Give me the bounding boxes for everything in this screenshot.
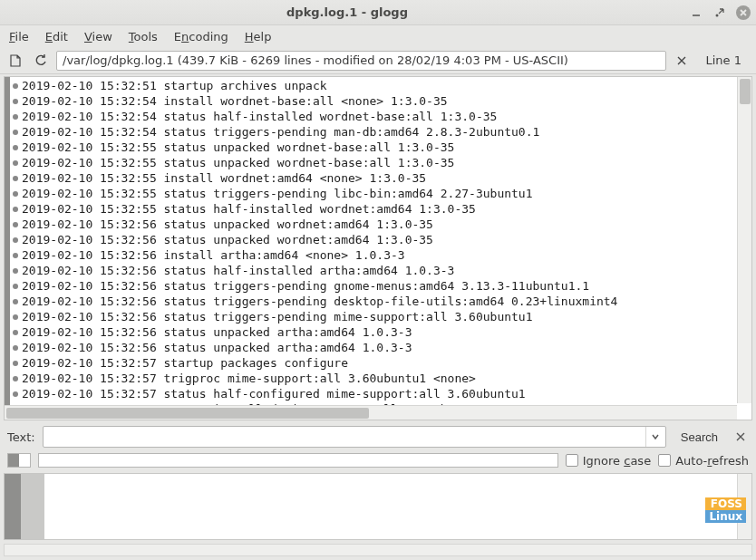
bullet-icon (13, 330, 18, 335)
log-line[interactable]: 2019-02-10 15:32:51 startup archives unp… (12, 78, 751, 93)
bullet-icon (13, 268, 18, 274)
log-line[interactable]: 2019-02-10 15:32:54 status half-installe… (12, 109, 751, 124)
close-button[interactable] (736, 5, 751, 20)
vertical-scrollbar-thumb[interactable] (740, 79, 751, 104)
vertical-scrollbar[interactable] (737, 77, 751, 403)
clear-path-button[interactable] (672, 51, 692, 71)
menu-view[interactable]: View (84, 30, 112, 43)
bullet-icon (13, 222, 18, 227)
bullet-icon (13, 237, 18, 243)
log-line[interactable]: 2019-02-10 15:32:55 install wordnet:amd6… (12, 170, 751, 186)
results-gutter-secondary (21, 474, 44, 539)
log-line[interactable]: 2019-02-10 15:32:55 status unpacked word… (12, 140, 751, 155)
file-path-text: /var/log/dpkg.log.1 (439.7 KiB - 6269 li… (63, 53, 568, 67)
log-lines[interactable]: 2019-02-10 15:32:51 startup archives unp… (10, 77, 751, 420)
ignore-case-label: Ignore case (583, 454, 651, 468)
checkbox-box (566, 454, 578, 467)
log-line[interactable]: 2019-02-10 15:32:56 status triggers-pend… (12, 294, 751, 309)
bullet-icon (13, 130, 18, 135)
log-line-text: 2019-02-10 15:32:56 status unpacked arth… (22, 324, 412, 340)
log-line-text: 2019-02-10 15:32:57 startup packages con… (22, 355, 348, 371)
log-line-text: 2019-02-10 15:32:55 status triggers-pend… (22, 186, 533, 201)
filter-summary-field[interactable] (38, 453, 558, 468)
log-line-text: 2019-02-10 15:32:51 startup archives unp… (22, 78, 327, 93)
bullet-icon (13, 376, 18, 381)
log-line[interactable]: 2019-02-10 15:32:55 status unpacked word… (12, 155, 751, 170)
bullet-icon (13, 314, 18, 320)
bullet-icon (13, 345, 18, 351)
log-line[interactable]: 2019-02-10 15:32:56 status triggers-pend… (12, 278, 751, 294)
open-file-button[interactable] (5, 51, 25, 71)
log-line[interactable]: 2019-02-10 15:32:57 trigproc mime-suppor… (12, 371, 751, 386)
log-line-text: 2019-02-10 15:32:54 install wordnet-base… (22, 93, 448, 109)
line-indicator: Line 1 (697, 53, 751, 67)
search-input[interactable] (44, 427, 645, 447)
log-line-text: 2019-02-10 15:32:57 status half-configur… (22, 386, 526, 401)
log-line-text: 2019-02-10 15:32:56 status triggers-pend… (22, 309, 533, 324)
window-controls (689, 5, 751, 20)
search-label: Text: (7, 430, 35, 444)
log-line[interactable]: 2019-02-10 15:32:54 install wordnet-base… (12, 93, 751, 109)
log-line-text: 2019-02-10 15:32:56 status half-installe… (22, 263, 454, 278)
bullet-icon (13, 114, 18, 120)
results-vertical-scrollbar[interactable] (737, 474, 751, 539)
horizontal-scrollbar-thumb[interactable] (6, 408, 369, 419)
menu-help[interactable]: Help (245, 30, 272, 43)
log-line[interactable]: 2019-02-10 15:32:54 status triggers-pend… (12, 124, 751, 140)
file-path-field[interactable]: /var/log/dpkg.log.1 (439.7 KiB - 6269 li… (56, 51, 666, 71)
log-line[interactable]: 2019-02-10 15:32:56 install artha:amd64 … (12, 247, 751, 263)
bullet-icon (13, 299, 18, 304)
ignore-case-checkbox[interactable]: Ignore case (566, 454, 651, 468)
menu-encoding[interactable]: Encoding (174, 30, 228, 43)
log-line-text: 2019-02-10 15:32:56 install artha:amd64 … (22, 247, 405, 263)
bullet-icon (13, 99, 18, 104)
log-line-text: 2019-02-10 15:32:54 status triggers-pend… (22, 124, 539, 140)
log-line-text: 2019-02-10 15:32:56 status triggers-pend… (22, 294, 617, 309)
bullet-icon (13, 361, 18, 366)
horizontal-scrollbar[interactable] (5, 405, 737, 420)
log-line-text: 2019-02-10 15:32:55 status half-installe… (22, 201, 476, 217)
log-line-text: 2019-02-10 15:32:56 status triggers-pend… (22, 278, 589, 294)
menu-file[interactable]: File (9, 30, 29, 43)
log-line[interactable]: 2019-02-10 15:32:56 status unpacked word… (12, 217, 751, 232)
maximize-button[interactable] (712, 5, 727, 20)
menu-tools[interactable]: Tools (129, 30, 158, 43)
search-dropdown-button[interactable] (645, 427, 665, 447)
log-line-text: 2019-02-10 15:32:55 status unpacked word… (22, 140, 454, 155)
log-line[interactable]: 2019-02-10 15:32:56 status unpacked word… (12, 232, 751, 247)
auto-refresh-label: Auto-refresh (675, 454, 749, 468)
menu-edit[interactable]: Edit (45, 30, 68, 43)
bullet-icon (13, 83, 18, 89)
log-line[interactable]: 2019-02-10 15:32:55 status triggers-pend… (12, 186, 751, 201)
search-button[interactable]: Search (674, 428, 725, 447)
window-title: dpkg.log.1 - glogg (5, 5, 689, 19)
auto-refresh-checkbox[interactable]: Auto-refresh (658, 454, 749, 468)
reload-button[interactable] (31, 51, 51, 71)
log-line[interactable]: 2019-02-10 15:32:57 status half-configur… (12, 386, 751, 401)
search-combo[interactable] (43, 426, 666, 448)
log-line[interactable]: 2019-02-10 15:32:56 status unpacked arth… (12, 340, 751, 355)
log-line[interactable]: 2019-02-10 15:32:57 startup packages con… (12, 355, 751, 371)
log-line[interactable]: 2019-02-10 15:32:56 status triggers-pend… (12, 309, 751, 324)
overview-minimap[interactable] (7, 453, 31, 468)
results-horizontal-scrollbar[interactable] (4, 544, 752, 556)
filtered-results-view[interactable]: FOSS Linux (4, 473, 752, 540)
close-search-button[interactable] (732, 429, 749, 445)
log-line[interactable]: 2019-02-10 15:32:56 status unpacked arth… (12, 324, 751, 340)
log-view[interactable]: 2019-02-10 15:32:51 startup archives unp… (4, 76, 752, 420)
log-line-text: 2019-02-10 15:32:56 status unpacked word… (22, 217, 433, 232)
results-body[interactable] (44, 474, 737, 539)
bullet-icon (13, 253, 18, 258)
log-line[interactable]: 2019-02-10 15:32:55 status half-installe… (12, 201, 751, 217)
menubar: File Edit View Tools Encoding Help (0, 25, 756, 47)
bullet-icon (13, 284, 18, 289)
bullet-icon (13, 176, 18, 181)
log-line-text: 2019-02-10 15:32:55 install wordnet:amd6… (22, 170, 426, 186)
log-line-text: 2019-02-10 15:32:55 status unpacked word… (22, 155, 454, 170)
log-line-text: 2019-02-10 15:32:56 status unpacked word… (22, 232, 433, 247)
svg-point-0 (716, 14, 719, 16)
log-line[interactable]: 2019-02-10 15:32:56 status half-installe… (12, 263, 751, 278)
search-bar: Text: Search (0, 422, 756, 451)
minimize-button[interactable] (689, 5, 703, 20)
log-line-text: 2019-02-10 15:32:54 status half-installe… (22, 109, 497, 124)
